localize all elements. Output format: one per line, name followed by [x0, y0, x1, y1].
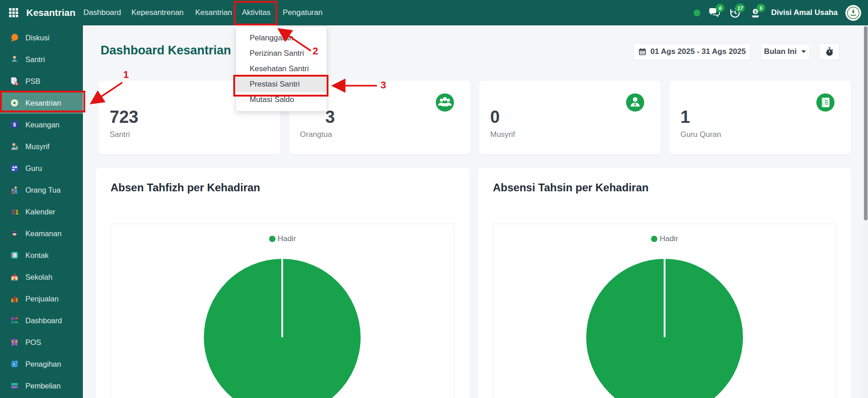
date-range-button[interactable]: 01 Ags 2025 - 31 Ags 2025: [633, 43, 751, 60]
menu-item-perizinan-santri[interactable]: Perizinan Santri: [236, 46, 327, 61]
menu-item-mutasi-saldo[interactable]: Mutasi Saldo: [236, 92, 327, 107]
svg-text:$: $: [13, 363, 15, 366]
avatar[interactable]: [845, 5, 861, 21]
keamanan-icon: [10, 229, 19, 238]
chart-area: Hadir: [111, 223, 454, 398]
nav-item-kesantrian[interactable]: Kesantrian: [195, 0, 232, 25]
user-name[interactable]: Divisi Amal Usaha: [771, 8, 838, 17]
main-content: Dashboard Kesantrian 01 Ags 2025 - 31 Ag…: [83, 25, 868, 398]
messages-badge: 6: [716, 4, 724, 12]
stat-label: Santri: [110, 130, 269, 139]
orang-tua-icon: [10, 185, 19, 194]
sidebar-item-penagihan[interactable]: $ Penagihan: [0, 353, 83, 375]
chevron-down-icon: [801, 50, 806, 53]
santri-icon: [10, 55, 19, 64]
sidebar-item-musyrif[interactable]: Musyrif: [0, 136, 83, 157]
sidebar-item-keuangan[interactable]: $ Keuangan: [0, 114, 83, 136]
navbar-right: 6 17 $ 5 Divisi Amal Usaha: [694, 0, 861, 25]
kontak-icon: [10, 251, 19, 260]
pie-chart-tahsin: [493, 224, 836, 398]
sidebar-item-kontak[interactable]: Kontak: [0, 244, 83, 266]
kalender-icon: 31: [10, 207, 19, 216]
svg-text:$: $: [13, 122, 16, 127]
keuangan-icon: $: [10, 120, 19, 129]
chart-card-tahsin: Absensi Tahsin per Kehadiran Hadir: [478, 168, 851, 398]
app-brand[interactable]: Kesantrian: [26, 0, 76, 25]
scrollbar-thumb[interactable]: [864, 26, 868, 220]
nav-item-aktivitas[interactable]: Aktivitas: [242, 0, 270, 25]
history-badge: 17: [735, 4, 745, 12]
chart-title: Absen Tahfizh per Kehadiran: [111, 181, 454, 194]
apps-grid-icon[interactable]: [9, 8, 18, 17]
messages-icon[interactable]: 6: [708, 6, 721, 19]
pie-chart-tahfizh: [111, 224, 454, 398]
svg-text:$: $: [754, 9, 757, 14]
sidebar-item-guru[interactable]: Guru: [0, 157, 83, 179]
sidebar-item-psb[interactable]: PSB: [0, 70, 83, 92]
sidebar-item-dashboard[interactable]: Dashboard: [0, 310, 83, 331]
aktivitas-dropdown-menu: Pelanggaran Perizinan Santri Kesehatan S…: [236, 26, 327, 112]
guru-icon: [10, 164, 19, 173]
nav-item-dashboard[interactable]: Dashboard: [83, 0, 121, 25]
stat-label: Orangtua: [300, 130, 459, 139]
people-group-icon: [436, 93, 454, 112]
sidebar-item-penjualan[interactable]: Penjualan: [0, 288, 83, 310]
kesantrian-logo-icon: [10, 98, 19, 107]
sidebar-item-santri[interactable]: Santri: [0, 49, 83, 70]
calendar-icon: [638, 48, 646, 56]
pos-icon: [10, 338, 19, 347]
cash-deposit-icon[interactable]: $ 5: [749, 6, 762, 19]
period-select-button[interactable]: Bulan Ini: [760, 43, 810, 60]
stopwatch-icon: [825, 47, 834, 56]
chart-card-tahfizh: Absen Tahfizh per Kehadiran Hadir: [96, 168, 469, 398]
sidebar-item-pos[interactable]: POS: [0, 331, 83, 353]
psb-icon: [10, 77, 19, 86]
dashboard-tiles-icon: [10, 316, 19, 325]
book-icon: [816, 93, 834, 112]
chart-area: Hadir: [493, 223, 836, 398]
svg-text:1: 1: [15, 208, 19, 216]
sidebar-item-kesantrian[interactable]: Kesantrian: [0, 92, 83, 114]
page-title: Dashboard Kesantrian: [101, 44, 231, 58]
vertical-scrollbar[interactable]: [863, 25, 868, 398]
sidebar-item-kalender[interactable]: 31 Kalender: [0, 201, 83, 223]
sekolah-icon: [10, 272, 19, 282]
pembelian-icon: [10, 381, 19, 390]
sidebar-item-orang-tua[interactable]: Orang Tua: [0, 179, 83, 201]
timer-button[interactable]: [819, 43, 839, 60]
online-status-dot: [694, 10, 700, 16]
top-navbar: Kesantrian Dashboard Kepesantrenan Kesan…: [0, 0, 868, 25]
history-icon[interactable]: 17: [728, 6, 741, 19]
nav-item-pengaturan[interactable]: Pengaturan: [283, 0, 323, 25]
penagihan-icon: $: [10, 359, 19, 369]
sidebar-item-keamanan[interactable]: Keamanan: [0, 223, 83, 244]
menu-item-kesehatan-santri[interactable]: Kesehatan Santri: [236, 61, 327, 77]
sidebar-item-sekolah[interactable]: Sekolah: [0, 266, 83, 288]
person-icon: [626, 93, 644, 112]
diskusi-icon: [10, 33, 19, 42]
stat-label: Musyrif: [490, 130, 650, 139]
charts-row: Absen Tahfizh per Kehadiran Hadir Absens…: [96, 168, 851, 398]
stats-row: 723 Santri 3 Orangtua 0 Musyrif 1 Guru Q…: [99, 81, 851, 154]
nav-item-kepesantrenan[interactable]: Kepesantrenan: [131, 0, 183, 25]
svg-text:3: 3: [11, 208, 14, 216]
date-range-label: 01 Ags 2025 - 31 Ags 2025: [651, 47, 746, 56]
sidebar-item-diskusi[interactable]: Diskusi: [0, 27, 83, 49]
penjualan-icon: [10, 294, 19, 303]
cash-badge: 5: [757, 4, 765, 12]
sidebar: Diskusi Santri PSB Kesantrian $ Keuangan…: [0, 25, 83, 398]
menu-item-prestasi-santri[interactable]: Prestasi Santri: [236, 77, 327, 92]
menu-item-pelanggaran[interactable]: Pelanggaran: [236, 30, 327, 46]
stat-card-musyrif: 0 Musyrif: [479, 81, 661, 154]
sidebar-item-pembelian[interactable]: Pembelian: [0, 375, 83, 397]
chart-title: Absensi Tahsin per Kehadiran: [493, 181, 836, 194]
period-label: Bulan Ini: [764, 47, 797, 56]
musyrif-icon: [10, 142, 19, 151]
stat-label: Guru Quran: [680, 130, 840, 139]
stat-card-guru-quran: 1 Guru Quran: [670, 81, 851, 154]
